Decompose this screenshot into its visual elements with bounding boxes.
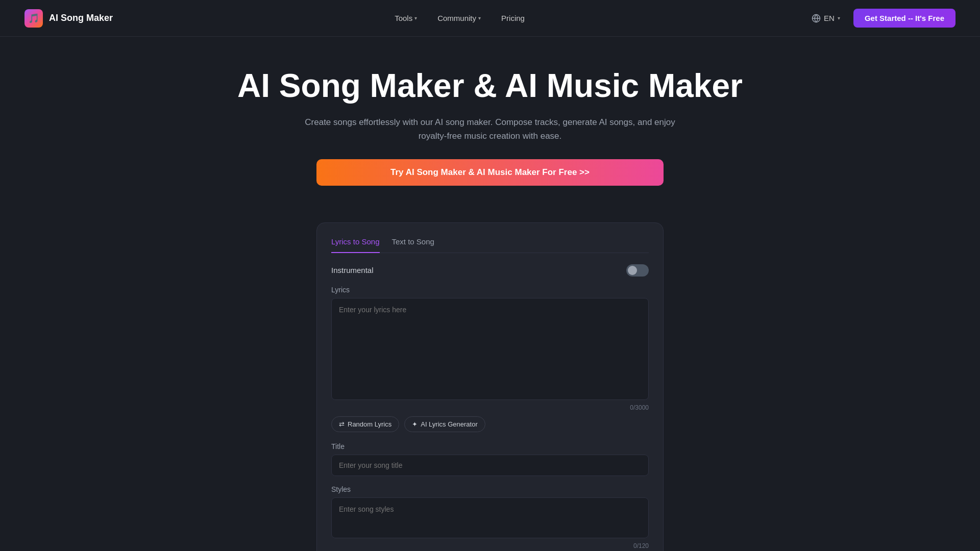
styles-char-count: 0/120 xyxy=(331,542,649,549)
navbar: 🎵 AI Song Maker Tools ▾ Community ▾ Pric… xyxy=(0,0,980,37)
nav-community[interactable]: Community ▾ xyxy=(429,10,489,27)
title-label: Title xyxy=(331,442,649,450)
quick-buttons-row: ⇄ Random Lyrics ✦ AI Lyrics Generator xyxy=(331,416,649,432)
sparkle-icon: ✦ xyxy=(412,420,418,428)
random-lyrics-button[interactable]: ⇄ Random Lyrics xyxy=(331,416,399,432)
nav-tools-label: Tools xyxy=(395,14,412,22)
instrumental-label: Instrumental xyxy=(331,266,374,274)
nav-community-label: Community xyxy=(437,14,476,22)
hero-section: AI Song Maker & AI Music Maker Create so… xyxy=(0,37,980,206)
random-lyrics-label: Random Lyrics xyxy=(348,420,391,428)
tab-bar: Lyrics to Song Text to Song xyxy=(331,237,649,253)
lyrics-textarea[interactable] xyxy=(331,298,649,400)
hero-cta-button[interactable]: Try AI Song Maker & AI Music Maker For F… xyxy=(316,159,664,186)
styles-label: Styles xyxy=(331,485,649,493)
nav-pricing[interactable]: Pricing xyxy=(493,10,533,27)
lyrics-char-count: 0/3000 xyxy=(331,404,649,411)
title-input[interactable] xyxy=(331,455,649,476)
lyrics-label: Lyrics xyxy=(331,286,649,294)
instrumental-row: Instrumental xyxy=(331,264,649,277)
chevron-down-icon: ▾ xyxy=(414,15,417,21)
form-wrapper: Lyrics to Song Text to Song Instrumental… xyxy=(0,206,980,551)
logo-icon: 🎵 xyxy=(24,9,43,28)
hero-subtitle: Create songs effortlessly with our AI so… xyxy=(296,115,684,143)
ai-lyrics-gen-label: AI Lyrics Generator xyxy=(421,420,478,428)
hero-title: AI Song Maker & AI Music Maker xyxy=(24,67,955,105)
chevron-down-icon: ▾ xyxy=(838,15,840,21)
lang-selector[interactable]: EN ▾ xyxy=(806,11,845,26)
instrumental-toggle[interactable] xyxy=(626,264,649,277)
chevron-down-icon: ▾ xyxy=(478,15,481,21)
tab-text-to-song[interactable]: Text to Song xyxy=(392,237,434,253)
lang-label: EN xyxy=(824,14,835,22)
ai-lyrics-generator-button[interactable]: ✦ AI Lyrics Generator xyxy=(404,416,485,432)
shuffle-icon: ⇄ xyxy=(339,420,345,428)
logo-text: AI Song Maker xyxy=(49,13,113,23)
form-card: Lyrics to Song Text to Song Instrumental… xyxy=(316,222,664,551)
globe-icon xyxy=(812,14,821,23)
nav-center: Tools ▾ Community ▾ Pricing xyxy=(386,10,533,27)
styles-textarea[interactable] xyxy=(331,497,649,538)
get-started-button[interactable]: Get Started -- It's Free xyxy=(853,9,955,28)
nav-right: EN ▾ Get Started -- It's Free xyxy=(806,9,955,28)
tab-lyrics-to-song[interactable]: Lyrics to Song xyxy=(331,237,380,253)
toggle-knob xyxy=(628,266,637,275)
nav-pricing-label: Pricing xyxy=(501,14,525,22)
nav-logo-area: 🎵 AI Song Maker xyxy=(24,9,113,28)
nav-tools[interactable]: Tools ▾ xyxy=(386,10,425,27)
